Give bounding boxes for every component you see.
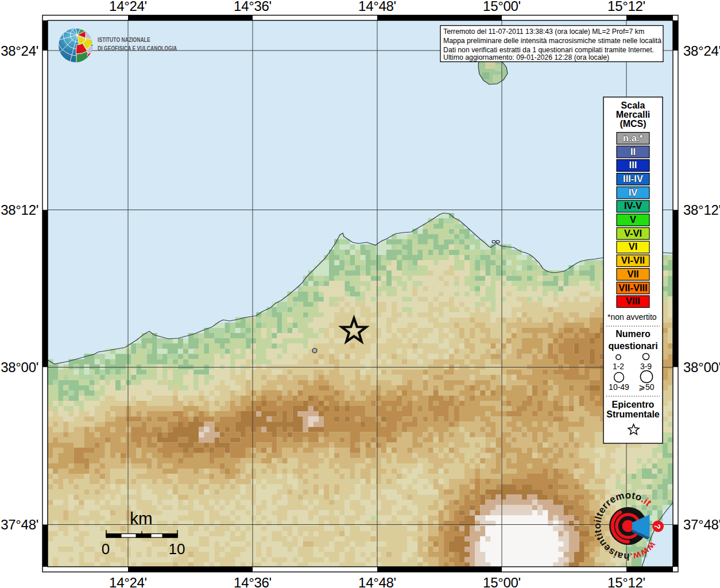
svg-text:?: ? xyxy=(653,524,663,529)
svg-text:Scala: Scala xyxy=(621,100,645,110)
svg-text:n.a.*: n.a.* xyxy=(623,133,643,143)
svg-text:1-2: 1-2 xyxy=(613,362,624,371)
svg-text:37°48': 37°48' xyxy=(683,517,720,532)
svg-text:*non avvertito: *non avvertito xyxy=(607,312,657,322)
svg-text:Terremoto del 11-07-2011 13:38: Terremoto del 11-07-2011 13:38:43 (ora l… xyxy=(443,28,644,36)
svg-text:Mercalli: Mercalli xyxy=(616,110,651,119)
svg-text:V: V xyxy=(630,214,636,225)
svg-text:15°00': 15°00' xyxy=(483,575,521,588)
svg-text:III: III xyxy=(629,160,637,170)
svg-text:km: km xyxy=(130,509,152,528)
svg-text:37°48': 37°48' xyxy=(1,517,38,532)
svg-text:VII-VIII: VII-VIII xyxy=(618,283,647,293)
svg-text:IV-V: IV-V xyxy=(624,200,642,211)
svg-text:(MCS): (MCS) xyxy=(620,119,646,129)
svg-text:VII: VII xyxy=(627,269,638,279)
svg-text:Numero: Numero xyxy=(616,329,651,339)
svg-text:Strumentale: Strumentale xyxy=(606,409,660,419)
svg-text:15°12': 15°12' xyxy=(607,575,645,588)
svg-text:3-9: 3-9 xyxy=(640,362,652,371)
svg-text:Dati non verificati estratti d: Dati non verificati estratti da 1 questi… xyxy=(443,46,654,54)
svg-text:15°12': 15°12' xyxy=(607,0,645,14)
svg-text:VI: VI xyxy=(629,241,638,252)
svg-text:questionari: questionari xyxy=(608,341,657,351)
svg-text:III-IV: III-IV xyxy=(623,173,643,184)
svg-text:14°36': 14°36' xyxy=(234,0,272,14)
svg-text:10: 10 xyxy=(169,540,185,558)
svg-text:14°24': 14°24' xyxy=(109,0,147,14)
svg-text:14°48': 14°48' xyxy=(358,575,396,588)
svg-text:38°00': 38°00' xyxy=(683,359,720,375)
svg-text:38°12': 38°12' xyxy=(1,202,38,218)
svg-text:14°24': 14°24' xyxy=(109,575,147,588)
svg-text:VI-VII: VI-VII xyxy=(621,255,645,265)
svg-text:Mappa preliminare delle intens: Mappa preliminare delle intensità macros… xyxy=(443,37,661,45)
svg-text:14°36': 14°36' xyxy=(234,575,272,588)
svg-text:Epicentro: Epicentro xyxy=(612,400,655,409)
svg-text:38°24': 38°24' xyxy=(683,43,720,59)
svg-text:Ultimo aggiornamento: 09-01-20: Ultimo aggiornamento: 09-01-2026 12:28 (… xyxy=(443,53,609,61)
svg-text:ISTITUTO NAZIONALE: ISTITUTO NAZIONALE xyxy=(98,36,150,44)
svg-text:IV: IV xyxy=(629,187,638,198)
svg-text:II: II xyxy=(630,146,636,157)
svg-text:DI GEOFISICA E VULCANOLOGIA: DI GEOFISICA E VULCANOLOGIA xyxy=(98,45,177,52)
svg-text:⩾50: ⩾50 xyxy=(638,382,655,392)
svg-text:38°24': 38°24' xyxy=(1,43,38,59)
svg-text:38°12': 38°12' xyxy=(683,202,720,218)
svg-text:14°48': 14°48' xyxy=(358,0,396,14)
svg-text:VIII: VIII xyxy=(626,296,640,306)
svg-text:15°00': 15°00' xyxy=(483,0,521,14)
svg-text:38°00': 38°00' xyxy=(1,359,38,375)
svg-text:V-VI: V-VI xyxy=(624,228,642,238)
svg-text:0: 0 xyxy=(102,540,110,558)
svg-text:10-49: 10-49 xyxy=(609,382,629,392)
